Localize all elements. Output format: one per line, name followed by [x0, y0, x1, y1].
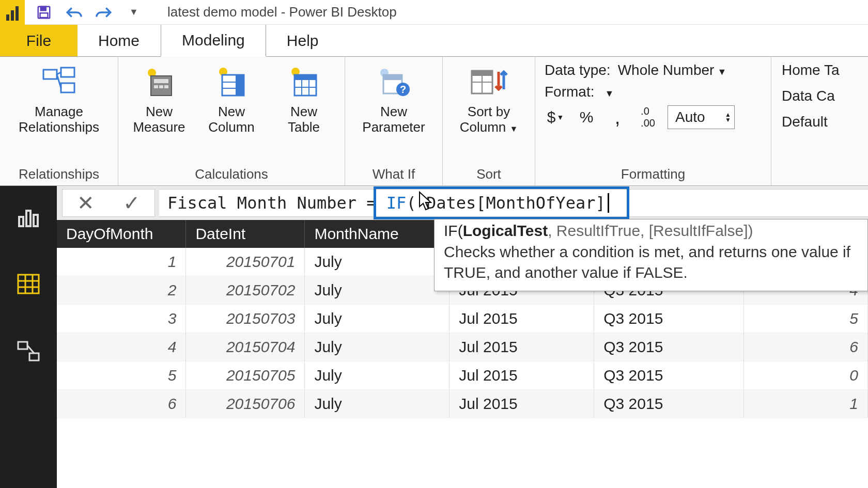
table-cell[interactable]: 20150703: [186, 305, 305, 333]
new-parameter-button[interactable]: ? New Parameter: [352, 62, 435, 137]
table-cell[interactable]: July: [305, 333, 450, 361]
format-dropdown[interactable]: ▼: [601, 84, 614, 100]
formula-prefix: Fiscal Month Number =: [167, 193, 377, 213]
svg-rect-35: [26, 211, 30, 226]
tab-file[interactable]: File: [0, 25, 78, 56]
svg-rect-2: [40, 13, 48, 18]
table-cell[interactable]: 1: [744, 390, 868, 418]
formula-accept-button[interactable]: ✓: [109, 189, 155, 217]
table-cell[interactable]: Jul 2015: [450, 333, 594, 361]
datatype-dropdown[interactable]: Whole Number▼: [618, 62, 727, 78]
ribbon-tabs: File Home Modeling Help: [0, 25, 868, 57]
percent-button[interactable]: %: [576, 106, 597, 128]
model-view-button[interactable]: [13, 336, 44, 367]
column-header[interactable]: DayOfMonth: [57, 220, 186, 248]
tab-modeling[interactable]: Modeling: [161, 25, 266, 57]
table-cell[interactable]: July: [305, 248, 450, 276]
thousands-button[interactable]: ,: [607, 106, 628, 128]
group-whatif: ? New Parameter What If: [345, 57, 443, 185]
signature-description: Checks whether a condition is met, and r…: [444, 242, 858, 284]
table-cell[interactable]: Jul 2015: [450, 361, 594, 390]
table-row[interactable]: 420150704JulyJul 2015Q3 20156: [57, 333, 868, 361]
redo-button[interactable]: [95, 4, 113, 21]
quick-access-toolbar: ▼: [25, 4, 153, 21]
group-relationships: Manage Relationships Relationships: [0, 57, 118, 185]
table-cell[interactable]: Jul 2015: [450, 390, 594, 418]
window-title: latest demo model - Power BI Desktop: [153, 4, 397, 20]
data-view-button[interactable]: [13, 269, 44, 300]
svg-line-44: [27, 345, 34, 353]
table-row[interactable]: 320150703JulyJul 2015Q3 20155: [57, 305, 868, 333]
table-cell[interactable]: 20150706: [186, 390, 305, 418]
svg-rect-34: [19, 217, 23, 226]
table-cell[interactable]: 5: [744, 305, 868, 333]
chevron-down-icon: ▼: [509, 124, 518, 133]
sort-icon: [470, 64, 508, 100]
table-cell[interactable]: Q3 2015: [594, 390, 744, 418]
formula-body: ( Dates[MonthOfYear]: [406, 193, 605, 213]
table-cell[interactable]: 4: [57, 333, 186, 361]
view-switcher: [0, 186, 57, 488]
table-cell[interactable]: Jul 2015: [450, 305, 594, 333]
svg-rect-27: [383, 75, 402, 80]
app-icon: [0, 0, 25, 25]
table-cell[interactable]: 2: [57, 276, 186, 305]
svg-rect-43: [29, 353, 39, 360]
svg-text:?: ?: [400, 84, 406, 95]
table-cell[interactable]: 3: [57, 305, 186, 333]
table-cell[interactable]: July: [305, 276, 450, 305]
table-cell[interactable]: 0: [744, 361, 868, 390]
svg-rect-13: [164, 85, 168, 88]
home-table-label[interactable]: Home Ta: [782, 62, 840, 78]
new-column-button[interactable]: New Column: [198, 62, 265, 137]
undo-button[interactable]: [65, 4, 83, 21]
table-cell[interactable]: Q3 2015: [594, 333, 744, 361]
main-panel: ✕ ✓ Fiscal Month Number = IF( Dates[Mont…: [57, 186, 868, 488]
table-row[interactable]: 520150705JulyJul 2015Q3 20150: [57, 361, 868, 390]
report-view-button[interactable]: [13, 201, 44, 232]
table-row[interactable]: 620150706JulyJul 2015Q3 20151: [57, 390, 868, 418]
table-cell[interactable]: 20150702: [186, 276, 305, 305]
new-parameter-icon: ?: [377, 64, 410, 100]
table-cell[interactable]: 6: [744, 333, 868, 361]
table-cell[interactable]: July: [305, 361, 450, 390]
table-cell[interactable]: 1: [57, 248, 186, 276]
data-category-label[interactable]: Data Ca: [782, 88, 840, 104]
formula-bar[interactable]: Fiscal Month Number = IF( Dates[MonthOfY…: [159, 189, 868, 217]
new-column-icon: [216, 64, 247, 100]
spinner-arrows-icon: ▲▼: [725, 112, 731, 122]
chevron-down-icon: ▼: [601, 88, 614, 99]
manage-relationships-button[interactable]: Manage Relationships: [7, 62, 111, 137]
table-cell[interactable]: 20150704: [186, 333, 305, 361]
group-calculations: New Measure New Column New Table Calcula…: [118, 57, 345, 185]
table-cell[interactable]: July: [305, 305, 450, 333]
formula-cancel-button[interactable]: ✕: [62, 189, 109, 217]
svg-rect-10: [154, 79, 168, 83]
sort-by-column-button[interactable]: Sort by Column ▼: [450, 62, 528, 137]
decimal-places-stepper[interactable]: Auto ▲▼: [668, 105, 735, 129]
svg-rect-37: [18, 275, 39, 293]
new-measure-button[interactable]: New Measure: [126, 62, 193, 137]
table-cell[interactable]: Q3 2015: [594, 305, 744, 333]
column-header[interactable]: MonthName: [305, 220, 450, 248]
table-cell[interactable]: 6: [57, 390, 186, 418]
table-cell[interactable]: 20150705: [186, 361, 305, 390]
table-cell[interactable]: 5: [57, 361, 186, 390]
svg-rect-3: [43, 70, 57, 79]
svg-rect-4: [61, 68, 74, 77]
default-summarization-label[interactable]: Default: [782, 114, 840, 130]
qat-dropdown[interactable]: ▼: [125, 4, 143, 21]
svg-rect-36: [34, 215, 38, 226]
decimal-icon[interactable]: .0.00: [638, 106, 658, 128]
new-table-button[interactable]: New Table: [270, 62, 337, 137]
column-header[interactable]: DateInt: [186, 220, 305, 248]
save-button[interactable]: [35, 4, 53, 21]
table-cell[interactable]: 20150701: [186, 248, 305, 276]
table-cell[interactable]: July: [305, 390, 450, 418]
work-area: ✕ ✓ Fiscal Month Number = IF( Dates[Mont…: [0, 186, 868, 488]
currency-button[interactable]: $▼: [545, 106, 566, 128]
table-cell[interactable]: Q3 2015: [594, 361, 744, 390]
tab-help[interactable]: Help: [266, 25, 340, 56]
tab-home[interactable]: Home: [78, 25, 161, 56]
formula-keyword: IF: [386, 193, 407, 213]
